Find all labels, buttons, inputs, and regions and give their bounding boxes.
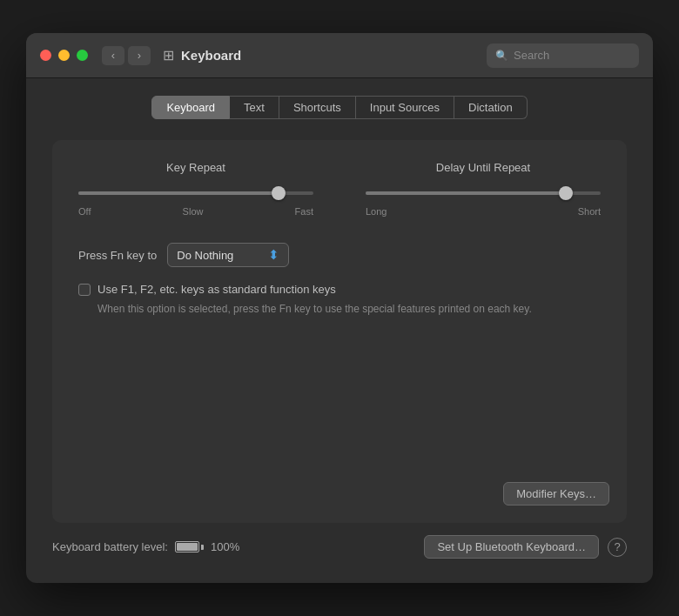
content-area: Keyboard Text Shortcuts Input Sources Di… (26, 78, 653, 583)
delay-repeat-label: Delay Until Repeat (366, 161, 601, 174)
forward-button[interactable]: › (128, 46, 151, 65)
battery-percent: 100% (211, 540, 239, 553)
key-repeat-fast-label: Fast (295, 206, 313, 217)
keyboard-window: ‹ › ⊞ Keyboard 🔍 Search Keyboard Text Sh… (26, 33, 653, 583)
help-button[interactable]: ? (608, 538, 627, 557)
key-repeat-off-label: Off (78, 206, 91, 217)
delay-repeat-group: Delay Until Repeat Long Short (366, 161, 601, 217)
tab-text[interactable]: Text (230, 96, 279, 119)
function-keys-label: Use F1, F2, etc. keys as standard functi… (97, 283, 336, 296)
grid-icon: ⊞ (163, 47, 174, 64)
battery-section: Keyboard battery level: 100% (52, 540, 239, 553)
fn-key-label: Press Fn key to (78, 249, 157, 262)
traffic-lights (40, 50, 88, 61)
search-bar[interactable]: 🔍 Search (487, 44, 639, 68)
function-keys-row: Use F1, F2, etc. keys as standard functi… (78, 283, 601, 296)
delay-repeat-track (366, 191, 601, 195)
delay-repeat-labels: Long Short (366, 206, 601, 217)
window-title: Keyboard (181, 48, 241, 63)
bluetooth-keyboard-button[interactable]: Set Up Bluetooth Keyboard… (424, 535, 599, 559)
keyboard-panel: Key Repeat Off Slow Fast D (52, 140, 627, 523)
delay-repeat-short-label: Short (578, 206, 601, 217)
search-icon: 🔍 (495, 50, 508, 62)
battery-icon (175, 541, 204, 552)
delay-repeat-fill (366, 191, 566, 195)
back-button[interactable]: ‹ (102, 46, 124, 65)
key-repeat-thumb[interactable] (272, 186, 286, 200)
battery-tip (201, 545, 204, 550)
delay-repeat-thumb[interactable] (559, 186, 573, 200)
key-repeat-slow-label: Slow (183, 206, 204, 217)
minimize-button[interactable] (58, 50, 70, 61)
search-placeholder: Search (514, 49, 549, 62)
tab-input-sources[interactable]: Input Sources (356, 96, 454, 119)
sliders-row: Key Repeat Off Slow Fast D (78, 161, 601, 217)
bottom-buttons: Set Up Bluetooth Keyboard… ? (424, 535, 627, 559)
battery-label: Keyboard battery level: (52, 540, 168, 553)
titlebar: ‹ › ⊞ Keyboard 🔍 Search (26, 33, 653, 78)
key-repeat-track (78, 191, 313, 195)
maximize-button[interactable] (77, 50, 88, 61)
key-repeat-label: Key Repeat (78, 161, 313, 174)
delay-repeat-long-label: Long (366, 206, 387, 217)
battery-body (175, 541, 199, 552)
key-repeat-slider[interactable] (78, 184, 313, 202)
key-repeat-labels: Off Slow Fast (78, 206, 313, 217)
tab-bar: Keyboard Text Shortcuts Input Sources Di… (52, 96, 627, 119)
tab-dictation[interactable]: Dictation (454, 96, 528, 119)
delay-repeat-slider[interactable] (366, 184, 601, 202)
function-keys-description: When this option is selected, press the … (97, 301, 601, 317)
nav-buttons: ‹ › (102, 46, 151, 65)
tab-shortcuts[interactable]: Shortcuts (279, 96, 356, 119)
dropdown-arrow-icon: ⬍ (268, 247, 279, 263)
fn-key-value: Do Nothing (177, 249, 233, 262)
fn-key-dropdown[interactable]: Do Nothing ⬍ (167, 243, 289, 267)
function-keys-checkbox[interactable] (78, 284, 91, 296)
fn-key-row: Press Fn key to Do Nothing ⬍ (78, 243, 601, 267)
close-button[interactable] (40, 50, 51, 61)
key-repeat-fill (78, 191, 279, 195)
tab-keyboard[interactable]: Keyboard (151, 96, 230, 119)
battery-fill (177, 543, 198, 551)
key-repeat-group: Key Repeat Off Slow Fast (78, 161, 313, 217)
modifier-keys-button[interactable]: Modifier Keys… (503, 482, 609, 506)
bottom-bar: Keyboard battery level: 100% Set Up Blue… (52, 523, 627, 562)
